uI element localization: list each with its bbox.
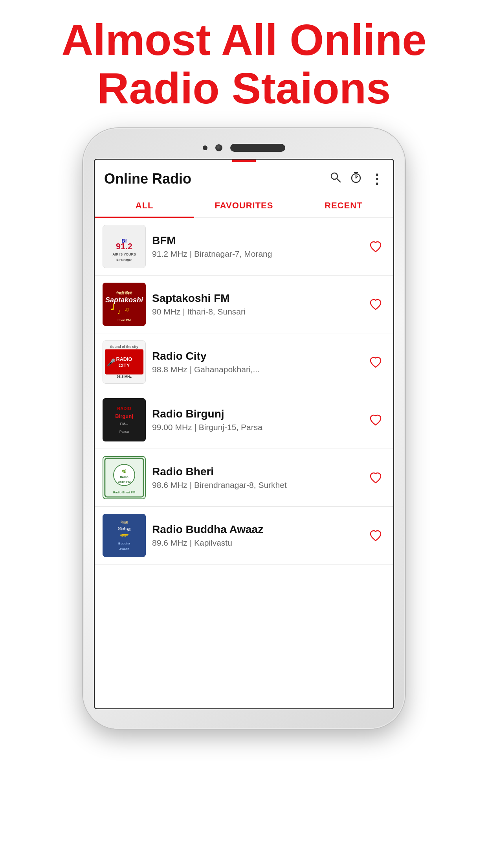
svg-text:♩: ♩ [110, 302, 114, 312]
phone-screen: Online Radio [94, 159, 394, 709]
station-name: Saptakoshi FM [152, 292, 360, 305]
station-info: Radio Buddha Awaaz 89.6 MHz | Kapilvastu [152, 523, 360, 548]
station-info: Saptakoshi FM 90 MHz | Ithari-8, Sunsari [152, 292, 360, 316]
svg-text:98.8 MHz: 98.8 MHz [117, 375, 132, 379]
tab-recent[interactable]: RECENT [294, 194, 393, 217]
phone-camera [215, 144, 222, 151]
svg-text:♪: ♪ [117, 308, 121, 316]
timer-icon[interactable] [350, 171, 362, 187]
svg-line-1 [337, 178, 340, 182]
table-row[interactable]: RADIO Birgunj FM... Parsa Radio Birgunj … [95, 391, 393, 449]
station-name: BFM [152, 234, 360, 247]
svg-text:Buddha: Buddha [118, 542, 130, 545]
svg-text:Sound of the city: Sound of the city [110, 345, 138, 349]
svg-text:Awaaz: Awaaz [119, 547, 129, 551]
svg-text:AIR IS YOURS: AIR IS YOURS [112, 252, 136, 256]
svg-text:नेपाली: नेपाली [120, 520, 128, 524]
table-row[interactable]: Sound of the city RADIO CITY 🎤 98.8 MHz … [95, 333, 393, 391]
svg-text:CITY: CITY [118, 362, 130, 368]
station-details: 90 MHz | Ithari-8, Sunsari [152, 307, 360, 316]
header-icons: ⋮ [329, 171, 384, 187]
svg-text:Bheri FM: Bheri FM [118, 480, 131, 484]
station-logo-birgunj: RADIO Birgunj FM... Parsa [103, 398, 146, 441]
station-logo-bfm: Bf 91.2 AIR IS YOURS Biratnagar [103, 225, 146, 268]
svg-text:Birgunj: Birgunj [115, 413, 133, 419]
tab-favourites[interactable]: FAVOURITES [194, 194, 294, 217]
svg-text:91.2: 91.2 [116, 241, 132, 251]
more-options-icon[interactable]: ⋮ [370, 171, 384, 187]
app-header: Online Radio [95, 162, 393, 194]
hero-title-line1: Almost All Online [61, 15, 426, 64]
station-name: Radio Buddha Awaaz [152, 523, 360, 536]
phone-speaker [230, 144, 285, 152]
svg-text:Parsa: Parsa [119, 430, 130, 434]
hero-title-line2: Radio Staions [97, 64, 391, 113]
station-details: 89.6 MHz | Kapilvastu [152, 538, 360, 548]
station-info: Radio Bheri 98.6 MHz | Birendranagar-8, … [152, 465, 360, 490]
station-logo-buddha: नेपाली रेडियो बुद्ध आवाज Buddha Awaaz [103, 514, 146, 557]
radio-station-list: Bf 91.2 AIR IS YOURS Biratnagar BFM 91.2… [95, 218, 393, 565]
station-name: Radio Bheri [152, 465, 360, 478]
station-logo-radiocity: Sound of the city RADIO CITY 🎤 98.8 MHz [103, 340, 146, 384]
svg-text:♫: ♫ [125, 306, 129, 313]
table-row[interactable]: 🌿 Radio Bheri FM Radio Bheri FM Radio Bh… [95, 449, 393, 507]
favourite-button[interactable] [366, 237, 385, 256]
station-logo-saptakoshi: नेपाली रेडियो Saptakoshi ♩ ♪ ♫ Ithari FM [103, 283, 146, 326]
favourite-button[interactable] [366, 410, 385, 430]
app-title: Online Radio [104, 171, 191, 187]
svg-rect-26 [103, 398, 146, 441]
svg-text:Radio Bheri FM: Radio Bheri FM [113, 491, 135, 494]
station-info: BFM 91.2 MHz | Biratnagar-7, Morang [152, 234, 360, 259]
favourite-button[interactable] [366, 294, 385, 314]
station-details: 98.8 MHz | Gahanapokhari,... [152, 365, 360, 374]
tabs-bar: ALL FAVOURITES RECENT [95, 194, 393, 218]
svg-text:RADIO: RADIO [116, 356, 132, 362]
svg-text:नेपाली रेडियो: नेपाली रेडियो [116, 291, 133, 295]
favourite-button[interactable] [366, 352, 385, 372]
station-details: 99.00 MHz | Birgunj-15, Parsa [152, 423, 360, 432]
station-name: Radio City [152, 350, 360, 362]
station-details: 98.6 MHz | Birendranagar-8, Surkhet [152, 480, 360, 490]
svg-text:🎤: 🎤 [107, 358, 116, 367]
phone-dot-sensor [203, 145, 207, 150]
svg-text:RADIO: RADIO [117, 406, 131, 411]
phone-top-bar [94, 140, 394, 159]
svg-text:Radio: Radio [120, 475, 128, 479]
favourite-button[interactable] [366, 468, 385, 487]
station-details: 91.2 MHz | Biratnagar-7, Morang [152, 249, 360, 259]
svg-text:Biratnagar: Biratnagar [116, 258, 132, 262]
table-row[interactable]: नेपाली रेडियो बुद्ध आवाज Buddha Awaaz Ra… [95, 507, 393, 565]
svg-text:आवाज: आवाज [120, 533, 128, 537]
svg-text:🌿: 🌿 [122, 469, 127, 474]
station-info: Radio City 98.8 MHz | Gahanapokhari,... [152, 350, 360, 374]
svg-text:Ithari FM: Ithari FM [117, 318, 131, 322]
svg-text:रेडियो बुद्ध: रेडियो बुद्ध [117, 527, 131, 531]
favourite-button[interactable] [366, 526, 385, 545]
table-row[interactable]: नेपाली रेडियो Saptakoshi ♩ ♪ ♫ Ithari FM… [95, 276, 393, 333]
tab-all[interactable]: ALL [95, 194, 194, 217]
station-info: Radio Birgunj 99.00 MHz | Birgunj-15, Pa… [152, 408, 360, 432]
station-name: Radio Birgunj [152, 408, 360, 420]
search-icon[interactable] [329, 171, 342, 187]
svg-text:FM...: FM... [120, 422, 128, 426]
station-logo-bheri: 🌿 Radio Bheri FM Radio Bheri FM [103, 456, 146, 499]
table-row[interactable]: Bf 91.2 AIR IS YOURS Biratnagar BFM 91.2… [95, 218, 393, 276]
hero-title: Almost All Online Radio Staions [0, 0, 488, 120]
phone-frame: Online Radio [83, 128, 405, 729]
